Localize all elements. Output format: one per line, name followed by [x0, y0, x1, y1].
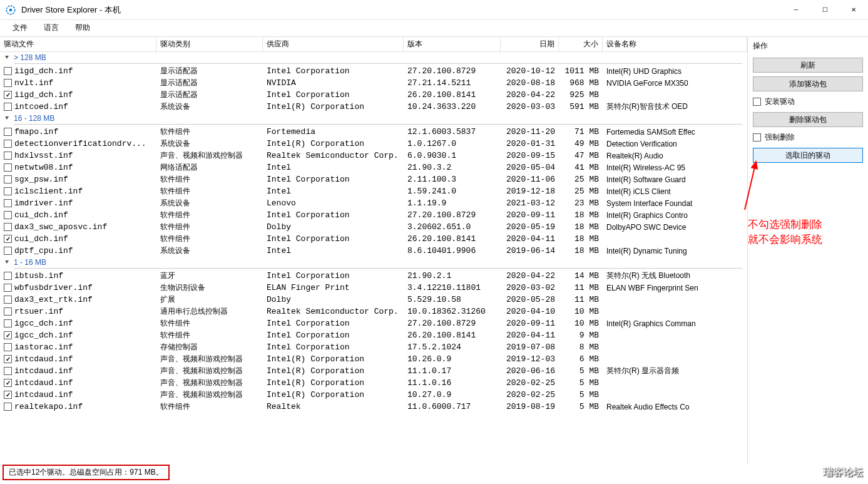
- minimize-button[interactable]: ─: [782, 0, 810, 20]
- version: 3.20602.651.0: [404, 221, 501, 233]
- row-checkbox[interactable]: [4, 331, 12, 339]
- driver-type: 通用串行总线控制器: [156, 306, 263, 317]
- actions-panel: 操作 刷新 添加驱动包 安装驱动 删除驱动包 强制删除 选取旧的驱动: [747, 36, 868, 465]
- row-checkbox[interactable]: [4, 163, 12, 172]
- header-version[interactable]: 版本: [404, 37, 501, 51]
- row-checkbox[interactable]: [4, 67, 12, 75]
- driver-row[interactable]: ibtusb.inf蓝牙Intel Corporation21.90.2.120…: [0, 270, 747, 282]
- driver-row[interactable]: iigd_dch.inf显示适配器Intel Corporation26.20.…: [0, 89, 747, 101]
- header-vendor[interactable]: 供应商: [263, 37, 404, 51]
- device-name: [603, 89, 747, 101]
- select-old-button[interactable]: 选取旧的驱动: [753, 148, 863, 163]
- driver-row[interactable]: intcdaud.inf声音、视频和游戏控制器Intel(R) Corporat…: [0, 353, 747, 365]
- driver-row[interactable]: realtekapo.inf软件组件Realtek11.0.6000.71720…: [0, 401, 747, 413]
- header-device[interactable]: 设备名称: [603, 37, 747, 51]
- menu-file[interactable]: 文件: [5, 20, 35, 36]
- driver-row[interactable]: iclsclient.inf软件组件Intel1.59.241.02019-12…: [0, 185, 747, 197]
- row-checkbox[interactable]: [4, 296, 12, 304]
- driver-row[interactable]: intcdaud.inf声音、视频和游戏控制器Intel(R) Corporat…: [0, 377, 747, 389]
- row-checkbox[interactable]: [4, 199, 12, 207]
- row-checkbox[interactable]: [4, 223, 12, 231]
- driver-type: 存储控制器: [156, 341, 263, 353]
- delete-package-button[interactable]: 删除驱动包: [753, 112, 863, 127]
- driver-row[interactable]: fmapo.inf软件组件Fortemedia12.1.6003.5837202…: [0, 126, 747, 138]
- header-date[interactable]: 日期: [501, 37, 559, 51]
- driver-row[interactable]: iastorac.inf存储控制器Intel Corporation17.5.2…: [0, 341, 747, 353]
- device-name: Detection Verification: [603, 138, 747, 150]
- version: 5.529.10.58: [404, 294, 501, 306]
- row-checkbox[interactable]: [4, 343, 12, 351]
- row-checkbox[interactable]: [4, 211, 12, 219]
- driver-row[interactable]: wbfusbdriver.inf生物识别设备ELAN Finger Print3…: [0, 282, 747, 294]
- row-checkbox[interactable]: [4, 367, 12, 375]
- device-name: Intel(R) Graphics Comman: [603, 317, 747, 329]
- driver-row[interactable]: intcdaud.inf声音、视频和游戏控制器Intel(R) Corporat…: [0, 389, 747, 401]
- driver-type: 生物识别设备: [156, 282, 263, 294]
- driver-row[interactable]: netwtw08.inf网络适配器Intel21.90.3.22020-05-0…: [0, 162, 747, 173]
- row-checkbox[interactable]: [4, 247, 12, 255]
- vendor: Intel(R) Corporation: [263, 353, 404, 365]
- close-button[interactable]: ✕: [839, 0, 868, 20]
- menu-language[interactable]: 语言: [36, 20, 66, 36]
- device-name: 英特尔(R) 无线 Bluetooth: [603, 270, 747, 282]
- row-checkbox[interactable]: [4, 235, 12, 243]
- driver-row[interactable]: igcc_dch.inf软件组件Intel Corporation27.20.1…: [0, 317, 747, 329]
- driver-row[interactable]: cui_dch.inf软件组件Intel Corporation26.20.10…: [0, 233, 747, 245]
- driver-row[interactable]: cui_dch.inf软件组件Intel Corporation27.20.10…: [0, 209, 747, 221]
- device-name: [603, 377, 747, 389]
- driver-row[interactable]: igcc_dch.inf软件组件Intel Corporation26.20.1…: [0, 329, 747, 341]
- version: 27.20.100.8729: [404, 65, 501, 77]
- group-header[interactable]: 16 - 128 MB: [0, 113, 747, 126]
- row-checkbox[interactable]: [4, 403, 12, 411]
- driver-row[interactable]: dptf_cpu.inf系统设备Intel8.6.10401.99062019-…: [0, 245, 747, 257]
- driver-list[interactable]: > 128 MBiigd_dch.inf显示适配器Intel Corporati…: [0, 52, 747, 465]
- row-checkbox[interactable]: [4, 187, 12, 195]
- row-checkbox[interactable]: [4, 272, 12, 280]
- row-checkbox[interactable]: [4, 79, 12, 87]
- group-header[interactable]: 1 - 16 MB: [0, 257, 747, 270]
- size: 71 MB: [559, 126, 603, 138]
- row-checkbox[interactable]: [4, 152, 12, 160]
- row-checkbox[interactable]: [4, 103, 12, 111]
- driver-row[interactable]: imdriver.inf系统设备Lenovo1.1.19.92021-03-12…: [0, 197, 747, 209]
- device-name: Intel(R) UHD Graphics: [603, 65, 747, 77]
- date: 2020-09-11: [501, 209, 559, 221]
- row-checkbox[interactable]: [4, 91, 12, 99]
- refresh-button[interactable]: 刷新: [753, 58, 863, 73]
- maximize-button[interactable]: ☐: [810, 0, 839, 20]
- menubar: 文件 语言 帮助: [0, 20, 868, 36]
- row-checkbox[interactable]: [4, 307, 12, 316]
- driver-row[interactable]: intcdaud.inf声音、视频和游戏控制器Intel(R) Corporat…: [0, 365, 747, 377]
- header-file[interactable]: 驱动文件: [0, 37, 156, 51]
- driver-row[interactable]: rtsuer.inf通用串行总线控制器Realtek Semiconductor…: [0, 306, 747, 317]
- add-package-button[interactable]: 添加驱动包: [753, 76, 863, 91]
- header-type[interactable]: 驱动类别: [156, 37, 263, 51]
- driver-row[interactable]: iigd_dch.inf显示适配器Intel Corporation27.20.…: [0, 65, 747, 77]
- row-checkbox[interactable]: [4, 355, 12, 363]
- header-size[interactable]: 大小: [559, 37, 603, 51]
- row-checkbox[interactable]: [4, 175, 12, 183]
- row-checkbox[interactable]: [4, 284, 12, 292]
- vendor: Intel Corporation: [263, 65, 404, 77]
- file-name: rtsuer.inf: [14, 307, 63, 316]
- driver-row[interactable]: dax3_swc_aposvc.inf软件组件Dolby3.20602.651.…: [0, 221, 747, 233]
- menu-help[interactable]: 帮助: [68, 20, 98, 36]
- size: 925 MB: [559, 89, 603, 101]
- driver-row[interactable]: hdxlvsst.inf声音、视频和游戏控制器Realtek Semicondu…: [0, 150, 747, 162]
- row-checkbox[interactable]: [4, 140, 12, 148]
- row-checkbox[interactable]: [4, 391, 12, 399]
- driver-row[interactable]: detectionverificationdrv...系统设备Intel(R) …: [0, 138, 747, 150]
- vendor: Intel(R) Corporation: [263, 365, 404, 377]
- row-checkbox[interactable]: [4, 319, 12, 327]
- driver-row[interactable]: nvlt.inf显示适配器NVIDIA27.21.14.52112020-08-…: [0, 77, 747, 89]
- row-checkbox[interactable]: [4, 128, 12, 136]
- driver-row[interactable]: dax3_ext_rtk.inf扩展Dolby5.529.10.582020-0…: [0, 294, 747, 306]
- install-driver-checkbox[interactable]: 安装驱动: [753, 95, 863, 108]
- size: 25 MB: [559, 185, 603, 197]
- column-headers: 驱动文件 驱动类别 供应商 版本 日期 大小 设备名称: [0, 37, 747, 52]
- driver-row[interactable]: intcoed.inf系统设备Intel(R) Corporation10.24…: [0, 101, 747, 113]
- driver-row[interactable]: sgx_psw.inf软件组件Intel Corporation2.11.100…: [0, 173, 747, 185]
- group-header[interactable]: > 128 MB: [0, 52, 747, 65]
- row-checkbox[interactable]: [4, 379, 12, 387]
- force-delete-checkbox[interactable]: 强制删除: [753, 131, 863, 144]
